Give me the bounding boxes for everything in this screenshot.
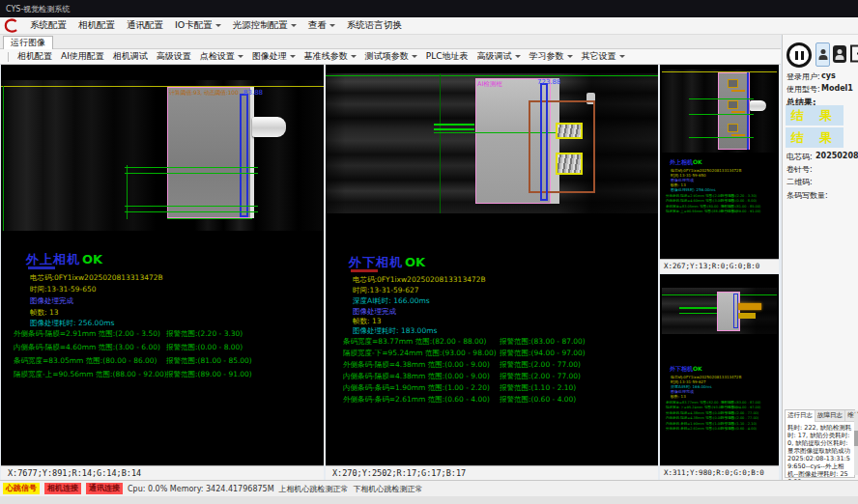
toolbar-grip <box>8 52 9 62</box>
time-text: 时间:13-31-59-650 <box>30 285 97 294</box>
toolbar-camera-debug[interactable]: 相机调试 <box>113 50 148 63</box>
chevron-down-icon <box>215 24 221 27</box>
measurement-row: 内侧条码-条码=1.90mm 范围:(1.00 - 2.20)报警范围:(1.1… <box>343 383 586 395</box>
toolbar-camera-config[interactable]: 相机配置 <box>17 50 52 63</box>
toolbar-plc-address-table[interactable]: PLC地址表 <box>426 50 469 63</box>
measure-box-blue <box>733 294 738 328</box>
camera-result-title: 外下相机OK <box>670 365 702 374</box>
reference-line-yellow <box>1 86 324 87</box>
camera-image-thumb-upper[interactable] <box>662 70 777 153</box>
user-mode-button-active[interactable] <box>815 42 830 67</box>
reference-line-green <box>3 86 4 231</box>
measure-line-green <box>679 307 717 309</box>
measurement-row: 外侧条码-条码=2.61mm 范围:(0.60 - 4.00)报警范围:(0.6… <box>343 395 586 406</box>
chevron-down-icon <box>238 55 243 58</box>
menu-bar: 系统配置 相机配置 通讯配置 IO卡配置 光源控制配置 查看 系统语言切换 <box>0 17 858 35</box>
status-ok: OK <box>82 252 102 266</box>
measure-line-green <box>125 211 258 212</box>
login-user-label: 登录用户: <box>786 71 820 82</box>
barcode-text: 电芯码:0FY1ixw2025020813313472B <box>30 273 163 283</box>
roi-box-brown <box>529 100 595 193</box>
threshold-label: 计算阈值:93, 动态阈值:100 <box>169 89 239 98</box>
measure-line-green <box>689 98 754 99</box>
chevron-down-icon <box>351 55 357 58</box>
chevron-down-icon <box>291 24 297 27</box>
elapsed-text: 图像处理耗时: 183.00ms <box>353 326 437 336</box>
camera-connection-badge: 相机连接 <box>44 483 81 494</box>
window-titlebar: CYS-视觉检测系统 <box>0 0 858 17</box>
toolbar-ai-usage-config[interactable]: AI使用配置 <box>61 50 104 63</box>
menu-item-io-config[interactable]: IO卡配置 <box>175 19 221 32</box>
measurement-rows: 外侧条码-隔膜=2.91mm 范围:(2.00 - 3.50)报警范围:(2.2… <box>666 194 760 215</box>
tab-strip: 运行图像 <box>0 35 781 49</box>
measure-box-blue <box>747 72 749 150</box>
reference-line-green <box>440 73 441 213</box>
mes-indicator <box>28 266 55 269</box>
window-resize-strip <box>0 496 858 504</box>
winding-pin-label: 卷针号: <box>786 164 813 175</box>
pixel-coordinate-bar: X:7677;Y:891;R:14;G:14;B:14 <box>1 465 324 480</box>
log-scrollbar[interactable] <box>854 413 858 475</box>
chevron-down-icon <box>619 55 625 58</box>
cell-code-value: 20250208 <box>815 152 858 160</box>
sidebar: 登录用户: cys 使用型号: Model1 总结果: 结 果 结 果 电芯码:… <box>782 35 858 480</box>
logout-button[interactable] <box>849 44 858 63</box>
camera-panel-upper-outer: 计算阈值:93, 动态阈值:100 83.88 外上相机OK 电芯码:0FY1i… <box>1 65 324 480</box>
elapsed-text: 图像处理耗时: 256.00ms <box>671 187 716 192</box>
measure-value-label: 83.88 <box>243 89 263 97</box>
toolbar-other-settings[interactable]: 其它设置 <box>582 50 625 63</box>
measure-line-green <box>125 173 258 174</box>
toolbar-baseline-params[interactable]: 基准线参数 <box>304 50 357 63</box>
toolbar-test-params[interactable]: 测试项参数 <box>365 50 417 63</box>
camera-image-thumb-lower[interactable] <box>662 288 777 334</box>
ai-elapsed-text: 深度AI耗时: 166.00ms <box>353 296 430 306</box>
menu-item-language-switch[interactable]: 系统语言切换 <box>347 19 402 32</box>
exit-door-icon <box>849 44 858 63</box>
pause-icon <box>801 51 804 60</box>
toolbar: 相机配置 AI使用配置 相机调试 高级设置 点检设置 图像处理 基准线参数 测试… <box>0 49 781 65</box>
camera-image-lower[interactable]: AI检测框 723.88 <box>326 73 658 213</box>
lower-camera-heartbeat-status: 下相机心跳检测正常 <box>354 484 423 494</box>
toolbar-learning-params[interactable]: 学习参数 <box>529 50 573 63</box>
measurement-row: 条码宽度=83.05mm 范围:(80.00 - 86.00)报警范围:(81.… <box>14 356 252 370</box>
camera-image-upper[interactable]: 计算阈值:93, 动态阈值:100 83.88 <box>1 80 324 231</box>
pixel-coordinate-bar: X:267;Y:13;R:0;G:0;B:0 <box>660 259 779 273</box>
tab-detect-box-yellow <box>728 100 738 109</box>
menu-item-system-config[interactable]: 系统配置 <box>30 19 67 32</box>
toolbar-advanced-settings[interactable]: 高级设置 <box>157 50 191 63</box>
measure-box-blue <box>240 94 248 217</box>
menu-item-comm-config[interactable]: 通讯配置 <box>127 19 163 32</box>
pause-button[interactable] <box>786 42 812 68</box>
chevron-down-icon <box>412 55 417 58</box>
window-title: CYS-视觉检测系统 <box>6 5 70 14</box>
user-mode-button[interactable] <box>833 45 846 63</box>
toolbar-image-processing[interactable]: 图像处理 <box>252 50 296 63</box>
heartbeat-status-badge: 心跳信号 <box>3 483 40 494</box>
tab-run-image[interactable]: 运行图像 <box>3 36 53 49</box>
camera-panel-lower-outer: AI检测框 723.88 外下相机OK 电芯码:0FY1ixw202502081… <box>326 65 658 480</box>
tiny-label-mark <box>731 111 745 113</box>
toolbar-spot-check[interactable]: 点检设置 <box>200 50 243 63</box>
mes-indicator <box>351 269 378 272</box>
tab-fault-log[interactable]: 故障日志 <box>815 410 845 422</box>
pixel-coordinate-bar: X:311;Y:980;R:0;G:0;B:0 <box>660 465 779 480</box>
tab-detect-box-yellow <box>556 153 583 175</box>
measurement-rows: 外侧条码-隔膜=2.91mm 范围:(2.00 - 3.50)报警范围:(2.2… <box>14 329 252 383</box>
menu-item-light-config[interactable]: 光源控制配置 <box>233 19 297 32</box>
tiny-label-mark <box>731 90 745 92</box>
log-tabs: 运行日志 故障日志 维护日志 <box>786 410 854 422</box>
tab-detect-box-yellow <box>728 79 738 88</box>
measure-line-green <box>689 137 754 138</box>
measure-line-green <box>679 313 717 314</box>
tab-run-log[interactable]: 运行日志 <box>786 410 815 422</box>
menu-item-view[interactable]: 查看 <box>308 19 335 32</box>
scrollbar-thumb[interactable] <box>854 431 858 446</box>
camera-panel-thumb-upper: 外上相机OK 电芯码:0FY1ixw2025020813313472B 时间:1… <box>660 65 779 273</box>
menu-item-camera-config[interactable]: 相机配置 <box>78 19 115 32</box>
log-panel: 运行日志 故障日志 维护日志 耗时: 222, 缺陷检测耗时: 17, 缺陷分类… <box>785 409 855 478</box>
toolbar-advanced-debug[interactable]: 高级调试 <box>477 50 521 63</box>
cpu-memory-readout: Cpu: 0.0% Memory: 3424.41796875M <box>128 485 274 493</box>
measurement-row: 内侧条码-隔膜=4.60mm 范围:(3.00 - 6.00)报警范围:(0.0… <box>14 343 252 356</box>
measurement-rows: 条码宽度=83.77mm 范围:(82.00 - 88.00)报警范围:(83.… <box>666 401 760 432</box>
measure-value-label: 723.88 <box>537 78 561 86</box>
